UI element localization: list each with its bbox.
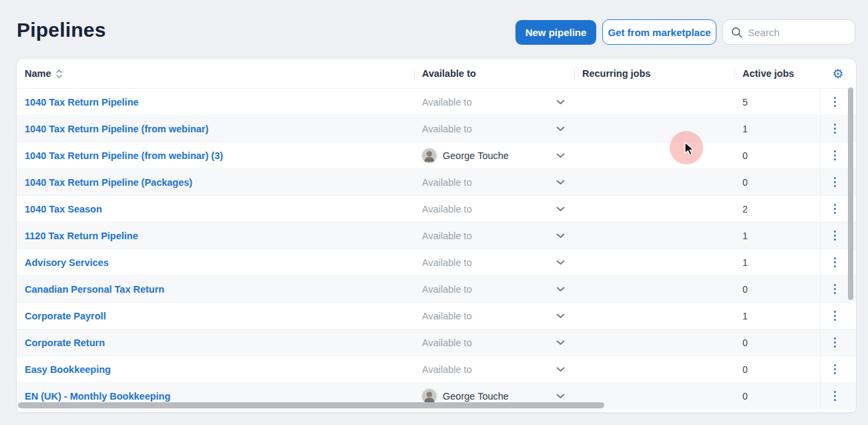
assignee-label: George Touche: [443, 391, 509, 402]
get-from-marketplace-button[interactable]: Get from marketplace: [602, 19, 716, 45]
pipeline-link[interactable]: 1040 Tax Return Pipeline (from webinar): [25, 124, 208, 134]
active-jobs-count: 0: [742, 177, 748, 188]
pipeline-link[interactable]: 1040 Tax Return Pipeline (Packages): [25, 177, 192, 188]
assignee-label: Available to: [422, 364, 472, 375]
assignee-label: Available to: [422, 204, 472, 215]
chevron-down-icon: [556, 206, 565, 212]
chevron-down-icon: [556, 313, 565, 319]
kebab-menu-icon[interactable]: [832, 362, 839, 377]
search-input[interactable]: [748, 27, 848, 38]
active-jobs-cell: 0: [734, 356, 820, 382]
chevron-down-icon: [556, 233, 565, 239]
chevron-down-icon: [556, 100, 565, 105]
assignee-label: Available to: [422, 177, 472, 188]
assignee-label: Available to: [422, 311, 472, 321]
chevron-down-icon: [556, 340, 565, 345]
available-to-dropdown[interactable]: Available to: [414, 223, 574, 249]
pipeline-link[interactable]: Easy Bookkeeping: [25, 364, 111, 375]
recurring-jobs-cell: [574, 169, 734, 195]
column-header-settings: ⚙: [820, 59, 856, 88]
available-to-dropdown[interactable]: Available to: [414, 249, 574, 275]
kebab-menu-icon[interactable]: [832, 175, 839, 190]
pipeline-link[interactable]: Corporate Return: [25, 337, 105, 348]
pipeline-link[interactable]: Corporate Payroll: [25, 311, 106, 321]
chevron-down-icon: [556, 260, 565, 265]
avatar: [422, 148, 437, 163]
sort-icon[interactable]: [56, 69, 62, 78]
new-pipeline-button[interactable]: New pipeline: [515, 20, 596, 45]
pipelines-page: Pipelines New pipeline Get from marketpl…: [0, 0, 868, 425]
search-icon: [731, 27, 742, 38]
kebab-menu-icon[interactable]: [832, 335, 839, 350]
assignee-label: Available to: [422, 124, 472, 134]
vertical-scrollbar[interactable]: [848, 88, 853, 300]
assignee-label: Available to: [422, 337, 472, 348]
active-jobs-cell: 0: [734, 329, 820, 356]
active-jobs-count: 2: [742, 204, 748, 215]
kebab-menu-icon[interactable]: [832, 95, 839, 110]
recurring-jobs-cell: [574, 116, 734, 142]
available-to-dropdown[interactable]: Available to: [414, 303, 574, 329]
chevron-down-icon: [556, 180, 565, 185]
pipeline-name-cell: 1040 Tax Season: [17, 196, 414, 222]
pipeline-name-cell: 1040 Tax Return Pipeline: [17, 89, 414, 115]
table-row: 1040 Tax Return Pipeline (from webinar) …: [17, 115, 856, 142]
kebab-menu-icon[interactable]: [832, 202, 839, 217]
available-to-dropdown[interactable]: Available to: [414, 356, 574, 382]
available-to-dropdown[interactable]: Available to: [414, 169, 574, 195]
kebab-menu-icon[interactable]: [832, 229, 839, 243]
available-to-dropdown[interactable]: Available to: [414, 276, 574, 302]
search-box[interactable]: [722, 19, 855, 45]
kebab-menu-icon[interactable]: [832, 389, 839, 404]
active-jobs-count: 0: [742, 337, 748, 348]
recurring-jobs-cell: [574, 223, 734, 249]
pipeline-name-cell: Easy Bookkeeping: [17, 356, 414, 382]
column-header-available-to: Available to: [414, 59, 574, 88]
assignee-label: Available to: [422, 257, 472, 268]
pipeline-link[interactable]: 1120 Tax Return Pipeline: [25, 231, 138, 241]
pipeline-link[interactable]: EN (UK) - Monthly Bookkeeping: [25, 391, 170, 402]
column-header-name-label: Name: [25, 68, 51, 79]
active-jobs-count: 1: [742, 124, 748, 134]
kebab-menu-icon[interactable]: [832, 282, 839, 297]
assignee-label: Available to: [422, 97, 472, 108]
pipeline-name-cell: Corporate Payroll: [17, 303, 414, 329]
active-jobs-cell: 5: [734, 89, 820, 115]
active-jobs-count: 0: [742, 364, 748, 375]
active-jobs-count: 0: [742, 391, 748, 402]
table-row: 1040 Tax Return Pipeline (from webinar) …: [17, 142, 856, 168]
pipeline-link[interactable]: Advisory Services: [25, 257, 109, 268]
table-header-row: Name Available to Recurring jobs Active …: [17, 59, 856, 88]
column-header-name[interactable]: Name: [17, 59, 414, 88]
pipeline-link[interactable]: 1040 Tax Season: [25, 204, 102, 215]
pipeline-link[interactable]: 1040 Tax Return Pipeline: [25, 97, 139, 108]
kebab-menu-icon[interactable]: [832, 255, 839, 270]
active-jobs-cell: 0: [734, 142, 820, 168]
avatar: [422, 389, 437, 404]
available-to-dropdown[interactable]: George Touche: [414, 142, 574, 168]
pipeline-link[interactable]: 1040 Tax Return Pipeline (from webinar) …: [25, 150, 223, 161]
available-to-dropdown[interactable]: Available to: [414, 116, 574, 142]
active-jobs-count: 1: [742, 311, 748, 321]
column-header-active-jobs: Active jobs: [734, 59, 820, 88]
recurring-jobs-cell: [574, 276, 734, 302]
pipeline-name-cell: 1040 Tax Return Pipeline (from webinar) …: [17, 142, 414, 168]
available-to-dropdown[interactable]: Available to: [414, 196, 574, 222]
chevron-down-icon: [556, 367, 565, 372]
active-jobs-cell: 1: [734, 223, 820, 249]
available-to-dropdown[interactable]: Available to: [414, 329, 574, 356]
kebab-menu-icon[interactable]: [832, 148, 839, 163]
horizontal-scrollbar[interactable]: [18, 402, 604, 408]
table-row: 1040 Tax Season Available to 2: [17, 195, 856, 222]
chevron-down-icon: [556, 287, 565, 292]
active-jobs-count: 0: [742, 284, 748, 295]
pipeline-link[interactable]: Canadian Personal Tax Return: [25, 284, 164, 295]
assignee-label: George Touche: [443, 150, 509, 161]
available-to-dropdown[interactable]: Available to: [414, 89, 574, 115]
kebab-menu-icon[interactable]: [832, 309, 839, 323]
pipeline-name-cell: 1120 Tax Return Pipeline: [17, 223, 414, 249]
kebab-menu-icon[interactable]: [832, 122, 839, 136]
row-actions-cell: [820, 329, 856, 356]
settings-gear-icon[interactable]: ⚙: [832, 67, 843, 80]
active-jobs-cell: 0: [734, 276, 820, 302]
